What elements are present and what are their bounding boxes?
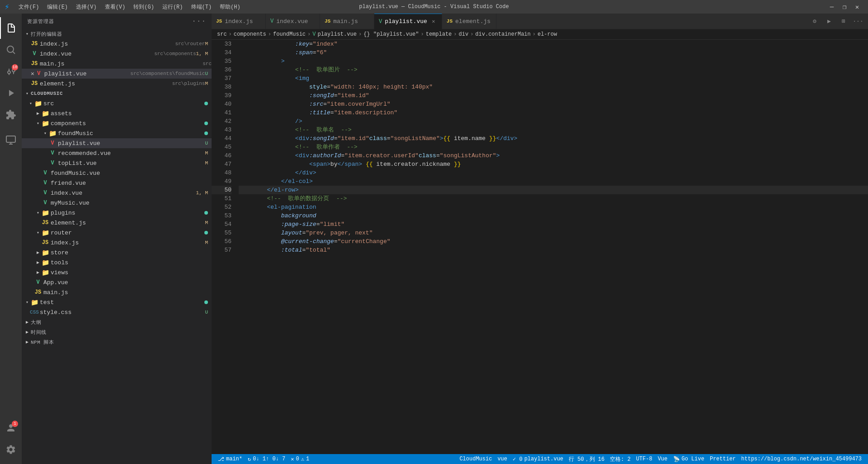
accounts-icon[interactable]: 1 [0, 417, 22, 439]
menu-run[interactable]: 运行(R) [159, 2, 187, 12]
tab-indexvue[interactable]: V index.vue [266, 14, 320, 29]
file-app-vue[interactable]: V App.vue [22, 277, 212, 287]
folder-components[interactable]: ▾ 📁 components [22, 118, 212, 128]
breadcrumb-src[interactable]: src [217, 31, 227, 37]
file-index-vue[interactable]: V index.vue 1, M [22, 188, 212, 198]
folder-router[interactable]: ▾ 📁 router [22, 228, 212, 238]
warning-count: 1 [306, 456, 309, 462]
file-router-indexjs[interactable]: JS index.js M [22, 238, 212, 248]
folder-assets-icon: 📁 [42, 110, 49, 117]
tab-close-button[interactable]: ✕ [430, 18, 437, 25]
row-col-status[interactable]: 行 50，列 16 [566, 454, 607, 464]
breadcrumb-sep: › [359, 31, 362, 37]
breadcrumb-template[interactable]: template [426, 31, 452, 37]
npm-header[interactable]: ▶ NPM 脚本 [22, 337, 212, 347]
menu-edit[interactable]: 编辑(E) [43, 2, 71, 12]
folder-label: store [51, 249, 212, 256]
explorer-icon[interactable] [0, 17, 22, 39]
timeline-header[interactable]: ▶ 时间线 [22, 327, 212, 337]
prettier-label: Prettier [710, 456, 736, 462]
menu-select[interactable]: 选择(V) [72, 2, 100, 12]
git-branch-icon: ⎇ [218, 456, 224, 463]
run-debug-icon[interactable] [0, 82, 22, 104]
tab-mainjs[interactable]: JS main.js [320, 14, 374, 29]
folder-foundmusic[interactable]: ▾ 📁 foundMusic [22, 128, 212, 138]
tab-indexjs[interactable]: JS index.js [212, 14, 266, 29]
minimize-button[interactable]: — [826, 2, 838, 12]
open-file-indexvue[interactable]: V index.vue src\components 1, M [22, 49, 212, 59]
branch-status[interactable]: ⎇ main* [215, 454, 245, 464]
search-icon[interactable] [0, 39, 22, 61]
breadcrumb-playlistvue[interactable]: playlist.vue [317, 31, 356, 37]
folder-arrow: ▾ [34, 210, 42, 216]
breadcrumb-elrow[interactable]: el-row [538, 31, 557, 37]
remote-icon[interactable]: ⚙ [808, 15, 821, 28]
split-editor-button[interactable]: ⊞ [837, 15, 850, 28]
menu-terminal[interactable]: 终端(T) [188, 2, 216, 12]
folder-tools[interactable]: ▶ 📁 tools [22, 258, 212, 267]
file-foundmusic-vue[interactable]: V foundMusic.vue [22, 168, 212, 178]
source-control-icon[interactable]: 10 [0, 61, 22, 82]
error-status[interactable]: ✕ 0 ⚠ 1 [288, 454, 312, 464]
file-friend-vue[interactable]: V friend.vue [22, 178, 212, 188]
line-ending-status[interactable]: https://blog.csdn.net/weixin_45499473 [739, 454, 864, 464]
code-content[interactable]: :key="index" :span="6" > [235, 40, 868, 454]
tab-playlistvue[interactable]: V playlist.vue ✕ [374, 14, 442, 29]
encoding-status[interactable]: UTF-8 [633, 454, 655, 464]
cloudmusic-status[interactable]: CloudMusic [457, 454, 495, 464]
playlist-status[interactable]: ✓ 0 playlist.vue [510, 454, 566, 464]
file-main-js[interactable]: JS main.js [22, 287, 212, 297]
folder-arrow: ▾ [27, 101, 34, 106]
js-file-icon: JS [31, 80, 38, 87]
folder-store[interactable]: ▶ 📁 store [22, 248, 212, 258]
folder-dot [204, 231, 208, 234]
close-file-icon[interactable]: ✕ [31, 70, 34, 77]
language-status[interactable]: Vue [655, 454, 670, 464]
open-editors-header[interactable]: ▾ 打开的编辑器 [22, 29, 212, 39]
file-toplist-vue[interactable]: V topList.vue M [22, 158, 212, 168]
folder-src[interactable]: ▾ 📁 src [22, 98, 212, 108]
timeline-label: 时间线 [31, 329, 212, 336]
menu-view[interactable]: 查看(V) [101, 2, 129, 12]
prettier-status[interactable]: Prettier [707, 454, 739, 464]
vue-status[interactable]: vue [495, 454, 510, 464]
tab-label: index.vue [276, 18, 308, 25]
breadcrumb-foundmusic[interactable]: foundMusic [273, 31, 306, 37]
breadcrumb-div[interactable]: div [459, 31, 469, 37]
more-actions-button[interactable]: ··· [852, 15, 864, 28]
file-mymusic-vue[interactable]: V myMusic.vue [22, 198, 212, 208]
close-button[interactable]: ✕ [851, 2, 863, 12]
open-file-mainjs[interactable]: JS main.js src [22, 59, 212, 69]
golive-status[interactable]: 📡 Go Live [670, 454, 707, 464]
spaces-status[interactable]: 空格: 2 [607, 454, 633, 464]
folder-plugins[interactable]: ▾ 📁 plugins [22, 208, 212, 218]
folder-dot [204, 211, 208, 215]
menu-help[interactable]: 帮助(H) [216, 2, 244, 12]
extensions-icon[interactable] [0, 104, 22, 126]
sync-status[interactable]: ↻ 0↓ 1↑ 0↓ 7 [245, 454, 288, 464]
open-file-indexjs[interactable]: JS index.js src\router M [22, 39, 212, 49]
file-recommended-vue[interactable]: V recommended.vue M [22, 148, 212, 158]
open-file-elementjs[interactable]: JS element.js src\plugins M [22, 79, 212, 89]
breadcrumb-containermain[interactable]: div.containerMain [475, 31, 530, 37]
folder-assets[interactable]: ▶ 📁 assets [22, 108, 212, 118]
file-style-css[interactable]: CSS style.css U [22, 307, 212, 317]
tab-elementjs[interactable]: JS element.js [442, 14, 496, 29]
open-file-playlistvue[interactable]: ✕ V playlist.vue src\components\foundMus… [22, 69, 212, 79]
file-badge: 1, M [196, 190, 208, 196]
maximize-button[interactable]: ❐ [838, 2, 851, 12]
file-playlist-vue[interactable]: V playlist.vue U [22, 138, 212, 148]
outline-header[interactable]: ▶ 大纲 [22, 317, 212, 327]
menu-go[interactable]: 转到(G) [130, 2, 158, 12]
folder-test[interactable]: ▾ 📁 test [22, 297, 212, 307]
breadcrumb-obj[interactable]: {} "playlist.vue" [363, 31, 419, 37]
sidebar-more-button[interactable]: ··· [192, 17, 206, 25]
folder-views[interactable]: ▶ 📁 views [22, 267, 212, 277]
file-element-js[interactable]: JS element.js M [22, 218, 212, 228]
breadcrumb-components[interactable]: components [234, 31, 266, 37]
settings-icon[interactable] [0, 439, 22, 460]
remote-explorer-icon[interactable] [0, 129, 22, 151]
project-header[interactable]: ▾ CLOUDMUSIC [22, 89, 212, 98]
menu-file[interactable]: 文件(F) [15, 2, 43, 12]
run-button[interactable]: ▶ [823, 15, 835, 28]
